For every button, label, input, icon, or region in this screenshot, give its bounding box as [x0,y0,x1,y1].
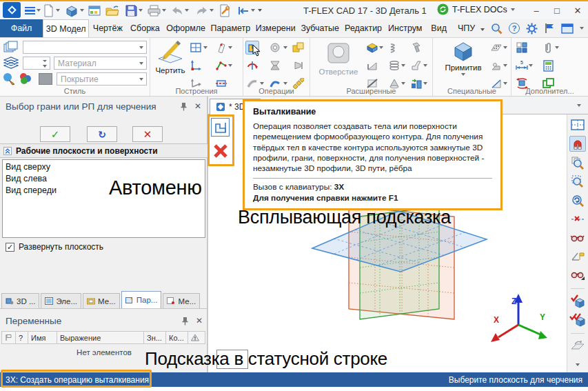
workplane-tools-button[interactable] [569,338,586,353]
tab-elements[interactable]: Эле... [41,293,81,308]
extrude-button[interactable] [245,41,259,54]
save-button[interactable] [125,3,143,17]
pin-icon[interactable] [181,317,189,325]
rotate-body-button[interactable] [245,59,259,72]
tab-3d-model[interactable]: 3D Модел [43,19,89,37]
measure-button[interactable]: 5 [515,59,529,72]
dropdown-arrow[interactable] [228,64,232,67]
collapse-ribbon-button[interactable] [480,23,485,33]
unfold-plane-option[interactable]: ✓ Развернуть плоскость [6,242,103,252]
tab-drawing[interactable]: Чертёж [89,19,126,37]
print-button[interactable] [148,3,166,17]
main-menu-button[interactable] [25,3,41,17]
windows-icon[interactable] [561,23,574,34]
tab-annotation[interactable]: Оформле [163,19,207,37]
tab-tools[interactable]: Инструм [385,19,425,37]
restore-parameters-button[interactable] [237,3,255,17]
tab-file[interactable]: Файл [0,19,43,37]
dropdown-arrow[interactable] [379,46,383,49]
body-by-parameters-button[interactable] [365,41,379,54]
snap-magnet-button[interactable] [569,136,586,151]
workplanes-section-header[interactable]: Рабочие плоскости и поверхности [0,143,208,158]
profile-3d-button[interactable] [214,41,228,54]
dropdown-arrow[interactable] [555,46,559,49]
path-3d-button[interactable] [214,59,228,72]
tab-gears[interactable]: Зубчатые [298,19,342,37]
hide-element-button[interactable] [569,212,586,227]
revolution-button[interactable] [268,41,282,54]
measure-elements-button[interactable] [569,249,586,264]
new-3d-document-button[interactable] [65,3,84,17]
tab-cnc[interactable]: ЧПУ [452,19,480,37]
comment-column-header[interactable]: Ко... [166,332,188,343]
draw-button[interactable]: Чертить [154,40,187,74]
tab-model-menu[interactable]: Ме... [83,293,120,308]
maximize-button[interactable]: □ [547,1,567,19]
dropdown-arrow[interactable] [401,64,405,67]
dropdown-arrow[interactable] [401,82,405,85]
tab-3d-model-tree[interactable]: 3D ... [1,293,39,308]
flag-column-header[interactable] [2,332,16,343]
redo-button[interactable] [196,3,214,17]
attach-button[interactable] [541,41,555,54]
document-settings-button[interactable] [219,3,231,17]
confirm-button[interactable]: ✓ [40,126,70,142]
dropdown-arrow[interactable] [423,64,427,67]
dropdown-arrow[interactable] [580,27,584,30]
display-mode-button[interactable] [569,268,586,283]
rib-button[interactable] [365,59,379,72]
boolean-button[interactable] [292,41,305,54]
panel-close-icon[interactable]: ✕ [194,101,201,111]
tab-measurements[interactable]: Ме... [163,293,200,308]
sheet-metal-button[interactable] [409,59,423,72]
flag-icon[interactable] [544,23,555,34]
material-combo[interactable]: Материал [54,57,147,70]
settings-gear-icon[interactable] [526,23,538,34]
coating-combo[interactable]: Покрытие [57,72,147,86]
refresh-button[interactable]: ↻ [87,126,117,142]
primitive-button[interactable]: Примитив [441,40,485,76]
toolbar-more-button[interactable] [569,357,586,372]
zoom-pages-button[interactable] [569,155,586,170]
checkbox-checked-icon[interactable]: ✓ [6,243,14,252]
customize-quick-access-button[interactable] [258,3,262,17]
list-item[interactable]: Вид сверху [6,161,202,173]
coating-color-swatch[interactable] [39,73,52,85]
weld-button[interactable] [489,59,503,72]
hidden-lines-button[interactable] [569,230,586,245]
pin-icon[interactable] [180,102,187,111]
dropdown-arrow[interactable] [503,64,507,67]
fastener-button[interactable] [409,41,423,54]
dropdown-arrow[interactable] [283,82,287,85]
new-document-button[interactable] [43,3,60,17]
calculator-button[interactable] [541,59,555,72]
zoom-window-button[interactable] [569,174,586,189]
style-combo[interactable] [23,41,147,54]
tab-parameters-panel[interactable]: Пар... [121,291,162,308]
tflex-logo[interactable] [3,2,21,18]
open-document-button[interactable] [105,3,119,17]
undo-button[interactable] [171,3,189,17]
zoom-previous-button[interactable] [569,192,586,208]
value-column-header[interactable]: Зн... [144,332,166,343]
external-column-header[interactable]: ? [16,332,28,343]
hole-button[interactable]: Отверстие [317,40,360,76]
spiral-button[interactable] [387,41,401,54]
tab-list-dropdown-arrow[interactable] [577,104,581,107]
dropdown-arrow[interactable] [283,46,287,49]
check-all-button[interactable] [569,312,586,328]
name-column-header[interactable]: Имя [28,332,57,343]
workplane-display-button[interactable] [569,117,586,132]
window-layout-button[interactable] [88,3,101,17]
push-button[interactable] [292,59,305,72]
mesh-body-button[interactable] [489,41,503,54]
expression-column-header[interactable]: Выражение [57,332,144,343]
search-icon[interactable] [491,23,503,34]
dropdown-arrow[interactable] [503,82,507,85]
dropdown-arrow[interactable] [503,46,507,49]
loft-button[interactable] [268,59,282,72]
workplane-button[interactable] [189,41,203,54]
tab-parameters[interactable]: Параметр [208,19,253,37]
help-button[interactable]: ? [509,23,520,34]
check-model-button[interactable] [569,294,586,309]
